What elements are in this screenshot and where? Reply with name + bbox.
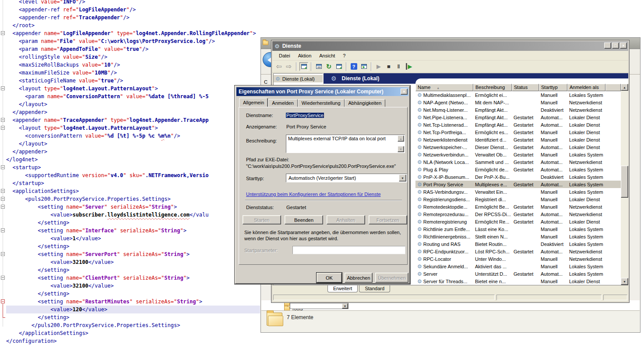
anhalten-button[interactable]: Anhalten — [327, 215, 365, 224]
export-list-button[interactable] — [334, 62, 343, 71]
beenden-button[interactable]: Beenden — [285, 215, 323, 224]
menu-item-ansicht[interactable]: Ansicht — [315, 52, 339, 59]
scroll-down-button[interactable]: ▼ — [398, 146, 404, 152]
ok-button[interactable]: OK — [317, 273, 342, 283]
column-header-anmelden-als[interactable]: Anmelden als — [567, 84, 605, 91]
menu-item-aktion[interactable]: Aktion — [294, 52, 316, 59]
tab-erweitert[interactable]: Erweitert — [327, 285, 358, 292]
column-header-starttyp[interactable]: Starttyp — [539, 84, 567, 91]
table-row[interactable]: ⚙NAP-Agent (Netwo...Mit dem NAP-...Manue… — [415, 99, 621, 106]
forward-button[interactable]: ⇨ — [285, 62, 293, 71]
table-row[interactable]: ⚙Plug & PlayErmöglicht de...GestartetAut… — [415, 166, 621, 173]
apply-button[interactable]: Übernehmen — [375, 273, 408, 283]
tab-anmelden[interactable]: Anmelden — [268, 99, 298, 107]
chevron-down-icon[interactable]: ▼ — [342, 303, 348, 309]
play-icon: ▶ — [377, 63, 381, 70]
table-row[interactable]: ⚙Net.Pipe-Listenera...Empfängt Akt...Ges… — [415, 114, 621, 121]
scroll-up-button[interactable]: ▲ — [398, 135, 404, 142]
table-row[interactable]: ⚙Remoteprozedurau...Der RPCSS-Di...Gesta… — [415, 210, 621, 218]
vertical-scrollbar[interactable]: ▲ ▼ — [621, 84, 628, 285]
table-row[interactable]: ⚙Sekundäre Anmeld...Aktiviert das ...Man… — [415, 263, 621, 270]
table-row[interactable]: ⚙Netzwerkverbindun...Verwaltet Ob...Gest… — [415, 151, 621, 158]
column-header-beschreibung[interactable]: Beschreibung — [473, 84, 512, 91]
fold-marker[interactable] — [1, 276, 5, 280]
fold-marker[interactable] — [1, 252, 5, 256]
fold-marker[interactable] — [1, 118, 5, 122]
table-row[interactable]: ⚙RPC-LocatorUnter Windo...ManuellNetzwer… — [415, 255, 621, 263]
fold-marker[interactable] — [1, 228, 5, 232]
fold-marker[interactable] — [1, 31, 5, 35]
table-row[interactable]: ⚙Remotedesktopdie...Ermöglicht Be...Gest… — [415, 203, 621, 210]
table-row[interactable]: ⚙RAS-Verbindungsv...Verwaltet Ein...Manu… — [415, 188, 621, 196]
table-row[interactable]: ⚙Netzwerkspeicher-...Dieser Dienst...Ges… — [415, 143, 621, 151]
fold-marker[interactable] — [1, 299, 5, 303]
maximize-button[interactable]: □ — [612, 43, 619, 49]
dienstname-value[interactable]: PortProxyService — [286, 113, 324, 118]
chevron-down-icon[interactable]: ▼ — [399, 174, 406, 181]
starttyp-select[interactable]: Automatisch (Verzögerter Start) ▼ — [286, 174, 407, 182]
scroll-down-button[interactable]: ▼ — [621, 278, 628, 285]
pause-service-button[interactable]: ‖ — [394, 62, 403, 71]
help-button[interactable]: ? — [349, 62, 358, 71]
table-row[interactable]: ⚙Server für Threads...Bietet eine n...Ma… — [415, 277, 621, 285]
table-row[interactable]: ⚙NLA (Network Loca...Sammelt und ...Gest… — [415, 158, 621, 166]
table-row[interactable]: ⚙Routing und RASBietet Routin...Deaktivi… — [415, 240, 621, 248]
dialog-titlebar[interactable]: Eigenschaften von Port Proxy Service (Lo… — [236, 87, 408, 96]
scroll-up-button[interactable]: ▲ — [621, 84, 628, 91]
code-area[interactable]: <level value="INFO"/> <appender-ref ref=… — [6, 0, 260, 345]
fold-marker[interactable] — [1, 189, 5, 193]
code-token: String — [151, 204, 170, 210]
services-titlebar[interactable]: ⚙ Dienste _□× — [272, 41, 628, 51]
table-row[interactable]: ⚙Net.Msmq-Listener...Empfängt Akt...Deak… — [415, 106, 621, 114]
table-row[interactable]: ⚙NetzwerklistendienstIdentifiziert d...G… — [415, 136, 621, 143]
table-row[interactable]: ⚙ServerUnterstützt D...GestartetAutomat.… — [415, 270, 621, 277]
cancel-button[interactable]: Abbrechen — [345, 273, 373, 283]
fold-marker[interactable] — [1, 126, 5, 130]
menu-item-help[interactable]: ? — [339, 52, 349, 59]
tab-abhängigkeiten[interactable]: Abhängigkeiten — [345, 99, 386, 107]
startoptions-help-link[interactable]: Unterstützung beim Konfigurieren der Sta… — [246, 192, 381, 197]
table-row[interactable]: ⚙Richtlinie zum Entfe...Lässt eine Ko...… — [415, 225, 621, 233]
starten-button[interactable]: Starten — [243, 215, 281, 224]
fold-marker[interactable] — [1, 86, 5, 90]
close-button[interactable]: × — [401, 89, 408, 95]
start-service-button[interactable]: ▶ — [374, 62, 383, 71]
table-row[interactable]: ⚙RPC-Endpunktzuor...Löst RPC-Sch...Gesta… — [415, 248, 621, 255]
properties-button[interactable] — [314, 62, 323, 71]
restart-service-button[interactable]: ▶ — [405, 62, 413, 71]
menu-item-datei[interactable]: Datei — [275, 52, 294, 59]
tab-wiederherstellung[interactable]: Wiederherstellung — [298, 99, 345, 107]
folder-combobox[interactable]: ▼ — [290, 303, 348, 309]
window-title: Dienste — [282, 43, 301, 49]
table-row[interactable]: ⚙RemoteregistrierungErmöglicht Re...Gest… — [415, 218, 621, 225]
fold-marker[interactable] — [1, 205, 5, 209]
extended-view-button[interactable] — [359, 62, 368, 71]
column-header-name[interactable]: Name▲ — [415, 84, 473, 91]
table-row[interactable]: ⚙Net.Tcp-Listenerad...Empfängt Akt...Ges… — [415, 121, 621, 128]
fold-marker[interactable] — [1, 165, 5, 169]
tab-standard[interactable]: Standard — [359, 285, 390, 292]
tree-item-services-local[interactable]: ⚙ Dienste (Lokal) — [274, 75, 323, 82]
table-row[interactable]: ⚙Port Proxy ServiceMultiplexes e...Gesta… — [415, 181, 621, 188]
anzeigename-value[interactable]: Port Proxy Service — [286, 124, 326, 129]
stop-service-button[interactable]: ■ — [384, 62, 393, 71]
show-console-tree-button[interactable] — [299, 62, 308, 71]
close-button[interactable]: × — [620, 43, 627, 49]
tab-allgemein[interactable]: Allgemein — [239, 98, 268, 107]
fold-marker[interactable] — [1, 197, 5, 201]
code-line: <setting name="ClientPort" serializeAs="… — [6, 274, 260, 282]
beschreibung-field[interactable]: Multiplexes external TCP/IP data on loca… — [286, 135, 405, 153]
table-row[interactable]: ⚙Registrierungsdiens...Registriert di...… — [415, 196, 621, 203]
table-row[interactable]: ⚙Multimediaklassenpl...Ermöglicht ei...M… — [415, 91, 621, 99]
refresh-button[interactable]: ↻ — [324, 62, 333, 71]
code-fold-margin[interactable] — [0, 0, 6, 345]
startparameter-input[interactable] — [292, 246, 405, 254]
back-button[interactable]: ⇦ — [274, 62, 283, 71]
scrollbar-thumb[interactable] — [621, 166, 628, 198]
minimize-button[interactable]: _ — [604, 43, 611, 49]
fortsetzen-button[interactable]: Fortsetzen — [369, 215, 407, 224]
table-row[interactable]: ⚙Net.Tcp-Portfreiga...Ermöglicht es...Ge… — [415, 128, 621, 136]
table-row[interactable]: ⚙Richtlinienergebniss...Stellt einen N..… — [415, 233, 621, 240]
table-row[interactable]: ⚙PnP-X-IP-Busenum...Der PnP-X-Bu...Deakt… — [415, 173, 621, 181]
column-header-status[interactable]: Status — [512, 84, 539, 91]
